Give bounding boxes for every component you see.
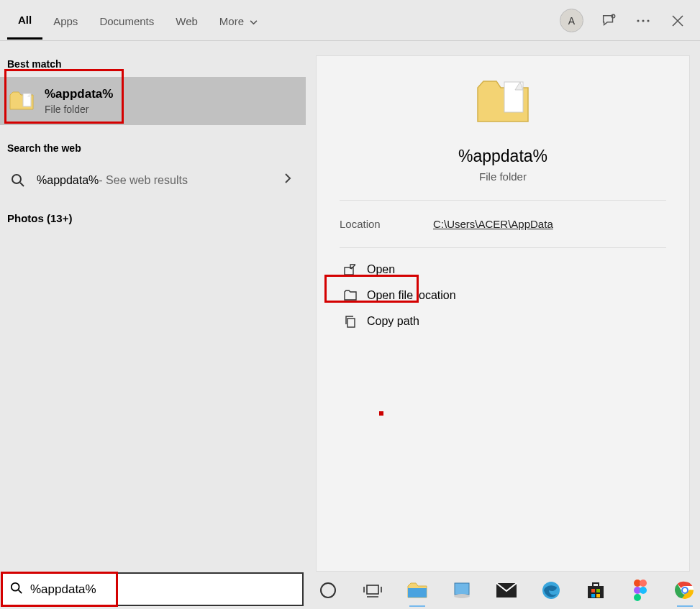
svg-point-1 <box>637 19 639 22</box>
microsoft-store-icon[interactable] <box>583 578 608 603</box>
action-open[interactable]: Open <box>334 257 672 283</box>
mail-icon[interactable] <box>494 578 519 603</box>
chevron-down-icon <box>250 15 258 27</box>
preview-subtitle: File folder <box>479 170 527 183</box>
user-avatar[interactable]: A <box>560 9 583 32</box>
action-copy-path[interactable]: Copy path <box>334 308 672 334</box>
svg-point-0 <box>612 14 615 18</box>
svg-point-9 <box>12 582 19 590</box>
cortana-icon[interactable] <box>316 578 340 603</box>
svg-rect-17 <box>588 586 604 598</box>
edge-icon[interactable] <box>539 578 563 603</box>
preview-card: %appdata% File folder Location C:\Users\… <box>316 55 690 572</box>
annotation-dot <box>379 411 383 416</box>
search-results-panel: All Apps Documents Web More A Best match <box>0 0 700 572</box>
location-label: Location <box>340 218 433 230</box>
action-open-location[interactable]: Open file location <box>334 283 672 308</box>
search-web-heading: Search the web <box>0 125 306 161</box>
svg-rect-11 <box>367 585 378 594</box>
chrome-icon[interactable] <box>673 578 697 603</box>
svg-rect-8 <box>347 319 355 327</box>
svg-point-5 <box>12 175 21 183</box>
folder-icon <box>9 88 35 114</box>
tab-all[interactable]: All <box>7 1 42 40</box>
svg-point-3 <box>647 19 649 22</box>
action-open-location-label: Open file location <box>367 289 456 302</box>
copy-icon <box>341 314 360 329</box>
best-match-text: %appdata% File folder <box>45 87 113 115</box>
action-list: Open Open file location Copy path <box>317 248 689 343</box>
tab-apps[interactable]: Apps <box>42 2 88 39</box>
svg-point-29 <box>683 588 687 592</box>
search-icon <box>10 582 23 597</box>
left-results-pane: Best match %appdata% File folder Search … <box>0 41 306 572</box>
web-result-query: %appdata% <box>37 174 99 187</box>
svg-rect-18 <box>591 589 595 592</box>
best-match-subtitle: File folder <box>45 104 113 115</box>
body-area: Best match %appdata% File folder Search … <box>0 41 700 572</box>
top-right-controls: A <box>560 0 687 41</box>
svg-point-26 <box>634 594 641 601</box>
svg-rect-21 <box>596 594 600 597</box>
top-tab-bar: All Apps Documents Web More A <box>0 0 700 41</box>
open-icon <box>341 262 360 277</box>
action-copy-path-label: Copy path <box>367 315 419 328</box>
web-result-suffix: - See web results <box>99 174 188 187</box>
taskbar <box>306 572 700 609</box>
folder-icon <box>341 288 360 303</box>
search-input[interactable] <box>30 582 295 597</box>
figma-icon[interactable] <box>628 578 653 603</box>
chevron-right-icon <box>284 173 291 188</box>
preview-header: %appdata% File folder <box>317 56 689 200</box>
search-box[interactable] <box>1 572 304 606</box>
svg-rect-12 <box>408 588 427 597</box>
best-match-heading: Best match <box>0 41 306 77</box>
close-icon[interactable] <box>668 12 687 30</box>
preview-title: %appdata% <box>458 147 547 166</box>
svg-point-10 <box>321 583 335 597</box>
tab-web[interactable]: Web <box>165 2 209 39</box>
best-match-item[interactable]: %appdata% File folder <box>0 77 306 125</box>
svg-point-23 <box>640 580 647 587</box>
svg-rect-19 <box>596 589 600 592</box>
svg-rect-13 <box>455 583 469 595</box>
svg-point-2 <box>642 19 644 22</box>
location-row: Location C:\Users\ACER\AppData <box>317 201 689 247</box>
svg-point-25 <box>640 587 647 594</box>
svg-point-14 <box>454 594 470 598</box>
tab-more-label: More <box>219 15 244 27</box>
folder-icon <box>474 78 532 135</box>
search-icon <box>9 171 27 189</box>
right-preview-pane: %appdata% File folder Location C:\Users\… <box>306 41 700 572</box>
file-explorer-icon[interactable] <box>405 578 429 603</box>
more-options-icon[interactable] <box>634 12 653 30</box>
tab-documents[interactable]: Documents <box>88 2 165 39</box>
best-match-title: %appdata% <box>45 87 113 101</box>
action-open-label: Open <box>367 263 395 276</box>
svg-rect-20 <box>591 594 595 597</box>
location-value[interactable]: C:\Users\ACER\AppData <box>433 218 553 230</box>
taskview-icon[interactable] <box>360 578 385 603</box>
feedback-icon[interactable] <box>599 12 618 30</box>
tab-more[interactable]: More <box>209 2 268 39</box>
web-result-item[interactable]: %appdata% - See web results <box>0 161 306 199</box>
notepad-icon[interactable] <box>450 578 474 603</box>
photos-heading: Photos (13+) <box>0 199 306 232</box>
